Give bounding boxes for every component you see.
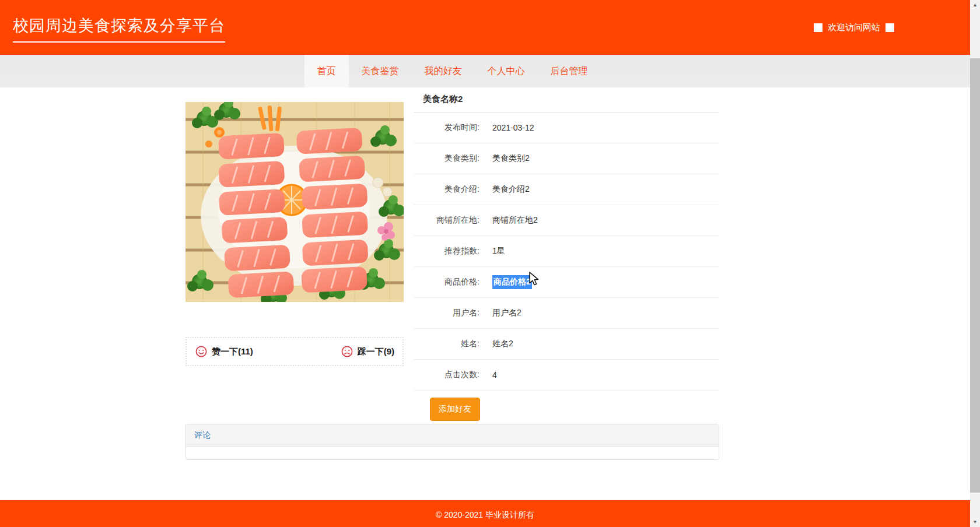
nav-item-admin[interactable]: 后台管理 [538,55,601,87]
nav-item-food-appreciation[interactable]: 美食鉴赏 [349,55,412,87]
field-label: 美食介绍: [414,184,480,195]
frown-icon [341,345,354,358]
detail-row-username: 用户名: 用户名2 [414,298,719,329]
welcome-text: 欢迎访问网站 [828,22,880,33]
detail-row-publish-time: 发布时间: 2021-03-12 [414,113,719,143]
detail-row-click-count: 点击次数: 4 [414,360,719,391]
field-value: 2021-03-12 [492,123,534,132]
site-footer: © 2020-2021 毕业设计所有 [0,500,970,527]
food-name-title: 美食名称2 [414,87,719,113]
square-icon [814,23,822,32]
scrollbar[interactable]: ▲ ▼ [970,0,980,527]
field-label: 商品价格: [414,277,480,287]
nav-item-personal-center[interactable]: 个人中心 [475,55,538,87]
nav-bar: 首页 美食鉴赏 我的好友 个人中心 后台管理 [0,55,970,87]
welcome-box: 欢迎访问网站 [814,22,894,33]
comments-body [186,447,719,459]
dislike-label: 踩一下(9) [358,346,394,357]
detail-row-recommend-index: 推荐指数: 1星 [414,236,719,267]
like-label: 赞一下(11) [212,346,253,357]
field-label: 发布时间: [414,122,480,133]
field-value: 1星 [492,246,505,257]
dislike-button[interactable]: 踩一下(9) [341,345,394,358]
copyright-text: © 2020-2021 毕业设计所有 [436,510,534,519]
field-value: 用户名2 [492,308,522,318]
like-button[interactable]: 赞一下(11) [195,345,253,358]
field-label: 姓名: [414,339,480,349]
scrollbar-thumb[interactable] [970,58,980,493]
field-value: 4 [492,370,497,380]
scroll-down-arrow-icon[interactable]: ▼ [970,517,980,527]
field-value: 姓名2 [492,339,513,349]
field-label: 商铺所在地: [414,215,480,226]
detail-row-name: 姓名: 姓名2 [414,329,719,360]
field-value: 美食介绍2 [492,184,530,195]
detail-row-product-price: 商品价格: 商品价格2 [414,267,719,298]
food-image [186,102,404,302]
square-icon [886,23,894,32]
smile-icon [195,345,208,358]
detail-row-food-category: 美食类别: 美食类别2 [414,143,719,174]
field-value: 商铺所在地2 [492,215,538,226]
food-detail-panel: 美食名称2 发布时间: 2021-03-12 美食类别: 美食类别2 美食介绍:… [414,87,719,429]
site-title: 校园周边美食探索及分享平台 [13,15,225,43]
page: 校园周边美食探索及分享平台 欢迎访问网站 首页 美食鉴赏 我的好友 个人中心 后… [0,0,970,500]
field-label: 美食类别: [414,153,480,164]
field-label: 用户名: [414,308,480,318]
field-value-selected[interactable]: 商品价格2 [492,275,532,289]
comments-panel: 评论 [186,424,719,460]
comments-link[interactable]: 评论 [194,430,211,440]
reaction-box: 赞一下(11) 踩一下(9) [186,337,404,366]
add-friend-button[interactable]: 添加好友 [430,398,480,421]
field-label: 推荐指数: [414,246,480,257]
comments-header: 评论 [186,424,719,447]
field-label: 点击次数: [414,370,480,380]
food-photo-svg [186,102,404,302]
detail-row-food-intro: 美食介绍: 美食介绍2 [414,174,719,205]
nav-inner: 首页 美食鉴赏 我的好友 个人中心 后台管理 [186,55,719,87]
site-header: 校园周边美食探索及分享平台 欢迎访问网站 [0,0,970,55]
nav-item-home[interactable]: 首页 [304,55,349,87]
main-area: 赞一下(11) 踩一下(9) 美食名称2 发布时间: 2021-03-12 美食… [186,87,719,500]
detail-row-shop-location: 商铺所在地: 商铺所在地2 [414,205,719,236]
scroll-up-arrow-icon[interactable]: ▲ [970,0,980,10]
nav-item-my-friends[interactable]: 我的好友 [412,55,475,87]
field-value: 美食类别2 [492,153,530,164]
